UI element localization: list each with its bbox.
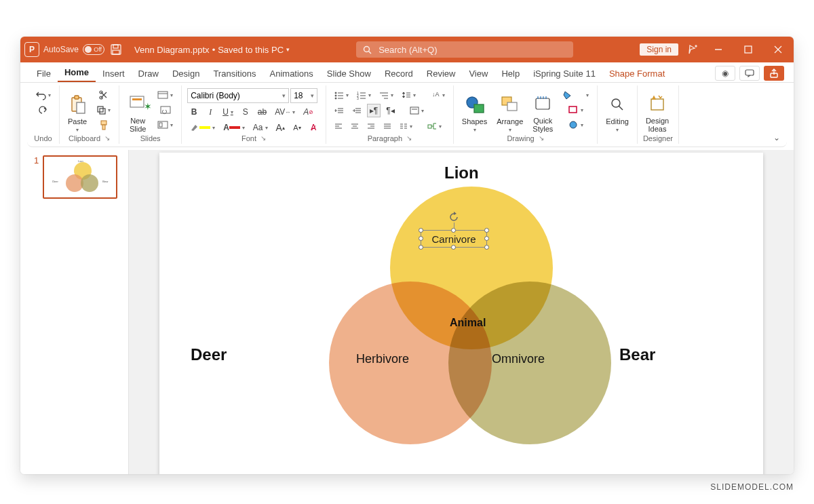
autosave-switch[interactable]: Off: [83, 44, 104, 55]
numbering-button[interactable]: 123: [354, 88, 374, 102]
label-herbivore[interactable]: Herbivore: [356, 352, 409, 366]
undo-button[interactable]: [33, 88, 54, 102]
shape-effects-button[interactable]: [560, 118, 592, 132]
resize-handle[interactable]: [484, 236, 489, 241]
design-ideas-button[interactable]: Design Ideas: [643, 88, 672, 133]
tab-review[interactable]: Review: [420, 64, 463, 82]
strike-button[interactable]: ab: [255, 105, 269, 119]
font-size-select[interactable]: 18▾: [290, 88, 317, 103]
align-text-button[interactable]: [407, 104, 427, 117]
resize-handle[interactable]: [451, 245, 456, 250]
tab-help[interactable]: Help: [495, 64, 526, 82]
reset-button[interactable]: [155, 103, 176, 117]
ltr-button[interactable]: ▸¶: [367, 104, 381, 117]
search-box[interactable]: Search (Alt+Q): [356, 41, 573, 58]
change-case-button[interactable]: Aa: [250, 121, 271, 134]
dialog-launcher-icon[interactable]: ↘: [260, 134, 266, 142]
tab-insert[interactable]: Insert: [96, 64, 132, 82]
decrease-font-button[interactable]: A▾: [290, 121, 304, 134]
redo-button[interactable]: [33, 103, 54, 117]
cut-button[interactable]: [94, 88, 113, 102]
tab-shape-format[interactable]: Shape Format: [602, 64, 672, 82]
slide-canvas[interactable]: Lion Deer Bear Herbivore Omnivore Animal…: [159, 153, 763, 474]
tab-file[interactable]: File: [30, 64, 58, 82]
highlight-button[interactable]: [187, 121, 218, 134]
columns-button[interactable]: [397, 119, 415, 133]
label-animal[interactable]: Animal: [450, 317, 486, 329]
char-spacing-button[interactable]: AV↔: [272, 105, 298, 119]
font-color-button[interactable]: A: [220, 121, 248, 134]
collapse-ribbon-button[interactable]: ⌄: [773, 133, 780, 142]
line-spacing-button[interactable]: [399, 88, 419, 102]
italic-button[interactable]: I: [204, 105, 217, 119]
resize-handle[interactable]: [419, 236, 423, 241]
tab-transitions[interactable]: Transitions: [206, 64, 263, 82]
section-button[interactable]: [155, 118, 176, 132]
justify-button[interactable]: [381, 119, 394, 133]
label-deer[interactable]: Deer: [191, 345, 227, 364]
resize-handle[interactable]: [484, 228, 489, 233]
rtl-button[interactable]: ¶◂: [383, 104, 397, 117]
slide-thumbnail-1[interactable]: Lion Deer Bear: [43, 155, 117, 199]
dialog-launcher-icon[interactable]: ↘: [104, 134, 110, 142]
comments-button[interactable]: [739, 66, 760, 81]
new-slide-button[interactable]: ✶ New Slide: [125, 88, 151, 133]
document-title[interactable]: Venn Diagram.pptx • Saved to this PC ▾: [134, 45, 290, 55]
text-direction-button[interactable]: ↓A: [428, 88, 448, 102]
increase-font-button[interactable]: A▴: [273, 121, 288, 134]
shape-outline-button[interactable]: [560, 103, 592, 117]
tab-record[interactable]: Record: [378, 64, 420, 82]
increase-indent-button[interactable]: [349, 104, 364, 117]
textbox-carnivore-selected[interactable]: Carnivore: [421, 230, 487, 248]
maximize-button[interactable]: [737, 41, 760, 58]
bold-button[interactable]: B: [187, 105, 201, 119]
tab-slideshow[interactable]: Slide Show: [320, 64, 378, 82]
resize-handle[interactable]: [451, 228, 456, 233]
tab-draw[interactable]: Draw: [132, 64, 166, 82]
clear-format-button[interactable]: A⊘: [301, 105, 316, 119]
align-center-button[interactable]: [348, 119, 362, 133]
quick-styles-button[interactable]: Quick Styles: [530, 88, 556, 133]
align-right-button[interactable]: [364, 119, 378, 133]
label-omnivore[interactable]: Omnivore: [492, 352, 545, 366]
dialog-launcher-icon[interactable]: ↘: [539, 134, 544, 142]
shapes-button[interactable]: Shapes▾: [459, 88, 490, 133]
decrease-indent-button[interactable]: [332, 104, 347, 117]
bullets-button[interactable]: [332, 88, 351, 102]
tab-home[interactable]: Home: [58, 63, 96, 82]
camera-button[interactable]: ◉: [715, 66, 735, 81]
paste-button[interactable]: Paste ▾: [65, 88, 90, 133]
tab-ispring[interactable]: iSpring Suite 11: [526, 64, 602, 82]
dialog-launcher-icon[interactable]: ↘: [406, 134, 412, 142]
copy-button[interactable]: [94, 103, 113, 117]
minimize-button[interactable]: [707, 41, 730, 58]
shadow-button[interactable]: S: [239, 105, 252, 119]
save-icon[interactable]: [109, 42, 123, 57]
font-family-select[interactable]: Calibri (Body)▾: [187, 88, 289, 103]
rotate-handle[interactable]: [448, 212, 459, 222]
coming-soon-icon[interactable]: [685, 42, 700, 57]
autosave-toggle[interactable]: AutoSave Off: [43, 44, 104, 55]
sign-in-button[interactable]: Sign in: [640, 43, 678, 56]
editing-button[interactable]: Editing▾: [603, 88, 632, 133]
format-painter-button[interactable]: [94, 118, 113, 132]
share-button[interactable]: [764, 66, 784, 81]
tab-view[interactable]: View: [462, 64, 495, 82]
resize-handle[interactable]: [419, 245, 423, 250]
tab-animations[interactable]: Animations: [263, 64, 320, 82]
label-carnivore[interactable]: Carnivore: [421, 233, 486, 245]
smartart-button[interactable]: [425, 119, 444, 133]
align-left-button[interactable]: [332, 119, 345, 133]
shape-fill-button[interactable]: [560, 88, 592, 102]
clear-all-button[interactable]: A̷: [307, 121, 320, 134]
group-clipboard: Paste ▾ Clipboard↘: [60, 85, 119, 144]
slide-canvas-area[interactable]: Lion Deer Bear Herbivore Omnivore Animal…: [129, 150, 794, 474]
resize-handle[interactable]: [419, 228, 423, 233]
layout-button[interactable]: [155, 88, 176, 102]
tab-design[interactable]: Design: [166, 64, 206, 82]
close-button[interactable]: [767, 41, 790, 58]
underline-button[interactable]: U: [220, 105, 236, 119]
list-level-button[interactable]: [376, 88, 396, 102]
resize-handle[interactable]: [484, 245, 489, 250]
arrange-button[interactable]: Arrange▾: [494, 88, 526, 133]
